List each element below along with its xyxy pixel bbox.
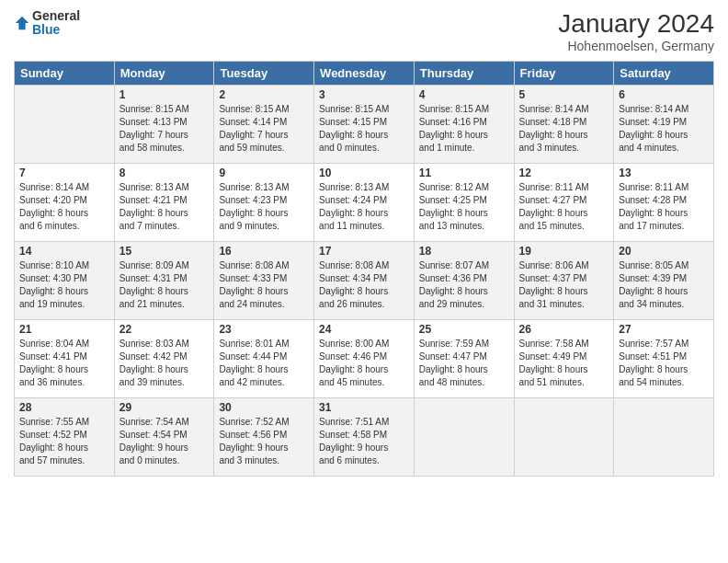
calendar-week-row: 28Sunrise: 7:55 AM Sunset: 4:52 PM Dayli… [15, 398, 714, 477]
day-info: Sunrise: 7:52 AM Sunset: 4:56 PM Dayligh… [219, 416, 309, 467]
day-number: 23 [219, 323, 309, 336]
day-info: Sunrise: 8:13 AM Sunset: 4:23 PM Dayligh… [219, 181, 309, 233]
day-number: 4 [419, 88, 509, 101]
day-number: 9 [219, 167, 309, 179]
table-cell: 1Sunrise: 8:15 AM Sunset: 4:13 PM Daylig… [114, 86, 214, 164]
day-info: Sunrise: 8:03 AM Sunset: 4:42 PM Dayligh… [119, 338, 210, 389]
day-number: 7 [19, 167, 109, 179]
month-year-title: January 2024 [558, 9, 714, 39]
day-number: 11 [419, 167, 509, 179]
table-cell: 17Sunrise: 8:08 AM Sunset: 4:34 PM Dayli… [314, 242, 415, 320]
day-number: 18 [419, 245, 509, 258]
col-friday: Friday [514, 62, 614, 86]
table-cell: 28Sunrise: 7:55 AM Sunset: 4:52 PM Dayli… [15, 398, 115, 477]
table-cell [15, 86, 115, 164]
day-info: Sunrise: 8:12 AM Sunset: 4:25 PM Dayligh… [419, 181, 509, 233]
day-info: Sunrise: 8:15 AM Sunset: 4:15 PM Dayligh… [319, 103, 409, 155]
day-number: 31 [319, 401, 409, 414]
day-info: Sunrise: 8:14 AM Sunset: 4:19 PM Dayligh… [619, 103, 709, 155]
day-number: 6 [619, 88, 709, 101]
table-cell: 9Sunrise: 8:13 AM Sunset: 4:23 PM Daylig… [214, 164, 314, 242]
day-info: Sunrise: 8:14 AM Sunset: 4:20 PM Dayligh… [19, 181, 109, 233]
table-cell [614, 398, 714, 477]
table-cell: 23Sunrise: 8:01 AM Sunset: 4:44 PM Dayli… [214, 320, 314, 398]
logo: General Blue [14, 9, 80, 38]
table-cell: 29Sunrise: 7:54 AM Sunset: 4:54 PM Dayli… [114, 398, 214, 477]
day-info: Sunrise: 8:10 AM Sunset: 4:30 PM Dayligh… [19, 259, 109, 311]
day-number: 2 [219, 88, 309, 101]
table-cell: 7Sunrise: 8:14 AM Sunset: 4:20 PM Daylig… [15, 164, 115, 242]
day-number: 12 [519, 167, 609, 179]
day-info: Sunrise: 8:08 AM Sunset: 4:33 PM Dayligh… [219, 259, 309, 311]
day-number: 8 [119, 167, 210, 179]
table-cell: 30Sunrise: 7:52 AM Sunset: 4:56 PM Dayli… [214, 398, 314, 477]
col-sunday: Sunday [15, 62, 115, 86]
col-tuesday: Tuesday [214, 62, 314, 86]
calendar-page: General Blue January 2024 Hohenmoelsen, … [0, 0, 728, 563]
day-number: 10 [319, 167, 409, 179]
header: General Blue January 2024 Hohenmoelsen, … [14, 9, 714, 53]
day-number: 14 [19, 245, 109, 258]
calendar-header-row: Sunday Monday Tuesday Wednesday Thursday… [15, 62, 714, 86]
table-cell: 21Sunrise: 8:04 AM Sunset: 4:41 PM Dayli… [15, 320, 115, 398]
day-number: 27 [619, 323, 709, 336]
day-number: 16 [219, 245, 309, 258]
table-cell: 8Sunrise: 8:13 AM Sunset: 4:21 PM Daylig… [114, 164, 214, 242]
calendar-week-row: 21Sunrise: 8:04 AM Sunset: 4:41 PM Dayli… [15, 320, 714, 398]
logo-text: General Blue [32, 9, 80, 38]
table-cell: 10Sunrise: 8:13 AM Sunset: 4:24 PM Dayli… [314, 164, 415, 242]
table-cell: 20Sunrise: 8:05 AM Sunset: 4:39 PM Dayli… [614, 242, 714, 320]
day-info: Sunrise: 8:06 AM Sunset: 4:37 PM Dayligh… [519, 259, 609, 311]
table-cell: 5Sunrise: 8:14 AM Sunset: 4:18 PM Daylig… [514, 86, 614, 164]
day-info: Sunrise: 8:09 AM Sunset: 4:31 PM Dayligh… [119, 259, 210, 311]
day-number: 3 [319, 88, 409, 101]
table-cell: 15Sunrise: 8:09 AM Sunset: 4:31 PM Dayli… [114, 242, 214, 320]
day-info: Sunrise: 8:08 AM Sunset: 4:34 PM Dayligh… [319, 259, 409, 311]
day-info: Sunrise: 7:55 AM Sunset: 4:52 PM Dayligh… [19, 416, 109, 467]
day-number: 24 [319, 323, 409, 336]
table-cell [414, 398, 514, 477]
title-block: January 2024 Hohenmoelsen, Germany [558, 9, 714, 53]
day-number: 21 [19, 323, 109, 336]
day-info: Sunrise: 7:54 AM Sunset: 4:54 PM Dayligh… [119, 416, 210, 467]
day-info: Sunrise: 8:01 AM Sunset: 4:44 PM Dayligh… [219, 338, 309, 389]
table-cell: 2Sunrise: 8:15 AM Sunset: 4:14 PM Daylig… [214, 86, 314, 164]
day-info: Sunrise: 8:15 AM Sunset: 4:13 PM Dayligh… [119, 103, 210, 155]
svg-marker-0 [16, 17, 28, 29]
day-info: Sunrise: 8:15 AM Sunset: 4:16 PM Dayligh… [419, 103, 509, 155]
calendar-week-row: 14Sunrise: 8:10 AM Sunset: 4:30 PM Dayli… [15, 242, 714, 320]
day-info: Sunrise: 7:58 AM Sunset: 4:49 PM Dayligh… [519, 338, 609, 389]
table-cell: 12Sunrise: 8:11 AM Sunset: 4:27 PM Dayli… [514, 164, 614, 242]
table-cell: 19Sunrise: 8:06 AM Sunset: 4:37 PM Dayli… [514, 242, 614, 320]
table-cell: 6Sunrise: 8:14 AM Sunset: 4:19 PM Daylig… [614, 86, 714, 164]
logo-general-text: General [32, 9, 80, 23]
table-cell: 11Sunrise: 8:12 AM Sunset: 4:25 PM Dayli… [414, 164, 514, 242]
day-number: 28 [19, 401, 109, 414]
day-info: Sunrise: 7:57 AM Sunset: 4:51 PM Dayligh… [619, 338, 709, 389]
day-info: Sunrise: 8:13 AM Sunset: 4:24 PM Dayligh… [319, 181, 409, 233]
table-cell: 3Sunrise: 8:15 AM Sunset: 4:15 PM Daylig… [314, 86, 415, 164]
table-cell: 16Sunrise: 8:08 AM Sunset: 4:33 PM Dayli… [214, 242, 314, 320]
col-wednesday: Wednesday [314, 62, 415, 86]
logo-blue-text: Blue [32, 23, 80, 37]
day-number: 13 [619, 167, 709, 179]
day-number: 5 [519, 88, 609, 101]
day-info: Sunrise: 8:15 AM Sunset: 4:14 PM Dayligh… [219, 103, 309, 155]
day-info: Sunrise: 8:07 AM Sunset: 4:36 PM Dayligh… [419, 259, 509, 311]
table-cell: 4Sunrise: 8:15 AM Sunset: 4:16 PM Daylig… [414, 86, 514, 164]
table-cell: 14Sunrise: 8:10 AM Sunset: 4:30 PM Dayli… [15, 242, 115, 320]
calendar-table: Sunday Monday Tuesday Wednesday Thursday… [14, 61, 714, 477]
day-number: 25 [419, 323, 509, 336]
day-info: Sunrise: 8:05 AM Sunset: 4:39 PM Dayligh… [619, 259, 709, 311]
day-info: Sunrise: 8:00 AM Sunset: 4:46 PM Dayligh… [319, 338, 409, 389]
table-cell: 31Sunrise: 7:51 AM Sunset: 4:58 PM Dayli… [314, 398, 415, 477]
day-number: 30 [219, 401, 309, 414]
day-number: 29 [119, 401, 210, 414]
table-cell: 25Sunrise: 7:59 AM Sunset: 4:47 PM Dayli… [414, 320, 514, 398]
day-number: 15 [119, 245, 210, 258]
day-number: 20 [619, 245, 709, 258]
day-info: Sunrise: 8:11 AM Sunset: 4:28 PM Dayligh… [619, 181, 709, 233]
calendar-week-row: 7Sunrise: 8:14 AM Sunset: 4:20 PM Daylig… [15, 164, 714, 242]
day-info: Sunrise: 7:51 AM Sunset: 4:58 PM Dayligh… [319, 416, 409, 467]
location-subtitle: Hohenmoelsen, Germany [558, 39, 714, 53]
